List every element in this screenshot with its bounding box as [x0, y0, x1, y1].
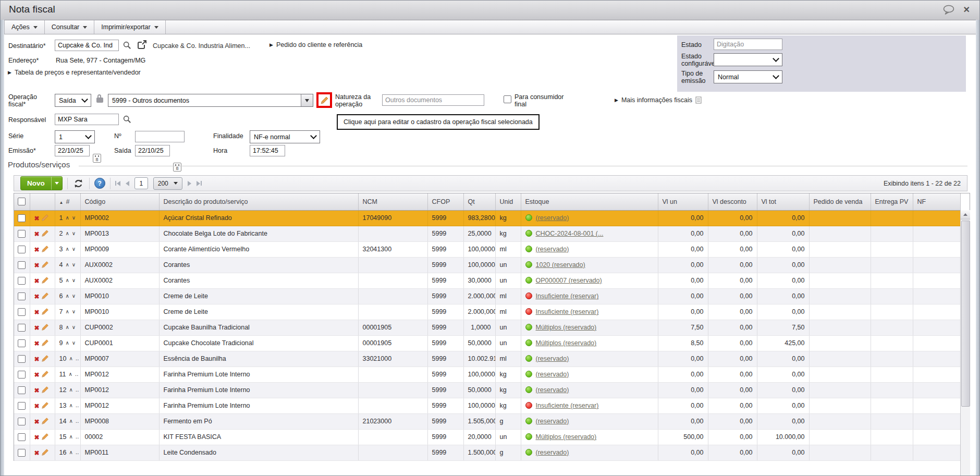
col-unid[interactable]: Unid: [495, 193, 521, 210]
table-row[interactable]: ✖ 9∧∨CUP0001Cupcake Chocolate Tradiciona…: [14, 335, 960, 351]
estado-configuravel-select[interactable]: [714, 53, 782, 66]
table-row[interactable]: ✖ 8∧∨CUP0002Cupcake Baunilha Tradicional…: [14, 320, 960, 335]
delete-row-icon[interactable]: ✖: [34, 230, 40, 238]
combo-dropdown-button[interactable]: [301, 94, 313, 106]
delete-row-icon[interactable]: ✖: [34, 324, 40, 332]
col-num[interactable]: ▲#: [55, 193, 80, 210]
comments-icon[interactable]: [942, 5, 955, 15]
menu-consultar[interactable]: Consultar: [45, 20, 95, 34]
stock-link[interactable]: (reservado): [536, 355, 569, 362]
serie-select[interactable]: 1: [55, 130, 95, 143]
stock-link[interactable]: (reservado): [536, 246, 569, 253]
row-checkbox[interactable]: [18, 371, 26, 379]
col-vlun[interactable]: Vl un: [658, 193, 708, 210]
col-estoque[interactable]: Estoque: [521, 193, 658, 210]
stock-link[interactable]: Múltiplos (reservado): [536, 324, 597, 331]
stock-link[interactable]: (reservado): [536, 371, 569, 378]
table-row[interactable]: ✖ 6∧∨MP0010Creme de Leite59992.000,0000m…: [14, 288, 960, 304]
stock-link[interactable]: Insuficiente (reservar): [536, 292, 599, 300]
table-row[interactable]: ✖ 3∧∨MP0009Corante Alimentício Vermelho3…: [14, 241, 960, 257]
delete-row-icon[interactable]: ✖: [34, 434, 40, 441]
row-checkbox[interactable]: [18, 277, 26, 285]
tipo-emissao-select[interactable]: Normal: [714, 70, 782, 83]
operacao-tipo-select[interactable]: Saída: [55, 94, 91, 107]
search-icon[interactable]: [123, 115, 131, 124]
first-page-icon[interactable]: [115, 181, 120, 186]
destinatario-input[interactable]: Cupcake & Co. Ind: [55, 40, 119, 51]
mais-informacoes-link[interactable]: ▶ Mais informações fiscais: [615, 96, 702, 104]
edit-row-icon[interactable]: [41, 308, 49, 315]
col-ncm[interactable]: NCM: [358, 193, 427, 210]
table-row[interactable]: ✖ 5∧∨AUX0002Corantes599930,0000unOP00000…: [14, 273, 960, 288]
delete-row-icon[interactable]: ✖: [34, 418, 40, 425]
table-row[interactable]: ✖ 4∧∨AUX0002Corantes5999100,0000un1020 (…: [14, 257, 960, 273]
menu-acoes[interactable]: Ações: [4, 20, 45, 34]
edit-row-icon[interactable]: [41, 448, 49, 456]
scrollbar-thumb[interactable]: [961, 221, 970, 407]
stock-link[interactable]: (reservado): [536, 386, 569, 394]
calendar-icon[interactable]: 8: [93, 154, 101, 163]
last-page-icon[interactable]: [197, 181, 202, 186]
delete-row-icon[interactable]: ✖: [34, 371, 40, 379]
hora-input[interactable]: 17:52:45: [250, 145, 285, 156]
responsavel-input[interactable]: MXP Sara: [55, 114, 119, 125]
table-row[interactable]: ✖ 14∧‥MP0008Fermento em Pó2102300059991.…: [14, 413, 960, 429]
edit-row-icon[interactable]: [41, 355, 49, 362]
col-entrega-pv[interactable]: Entrega PV: [871, 193, 913, 210]
delete-row-icon[interactable]: ✖: [34, 449, 40, 457]
table-row[interactable]: ✖ 16∧‥MP0011Leite Condensado59991.500,00…: [14, 445, 960, 460]
next-page-icon[interactable]: [188, 181, 191, 186]
row-checkbox[interactable]: [18, 433, 26, 441]
natureza-input[interactable]: Outros documentos: [382, 94, 484, 106]
stock-link[interactable]: 1020 (reservado): [536, 261, 585, 268]
stock-link[interactable]: CHOC-2024-08-001 (...: [536, 230, 604, 237]
stock-link[interactable]: Insuficiente (reservar): [536, 402, 599, 409]
delete-row-icon[interactable]: ✖: [34, 402, 40, 410]
edit-row-icon[interactable]: [41, 229, 49, 237]
edit-row-icon[interactable]: [41, 339, 49, 347]
edit-row-icon[interactable]: [41, 417, 49, 425]
pedido-cliente-link[interactable]: ▶ Pedido do cliente e referência: [270, 41, 362, 48]
row-checkbox[interactable]: [18, 386, 26, 394]
search-icon[interactable]: [123, 41, 131, 50]
edit-row-icon[interactable]: [41, 245, 49, 253]
novo-button[interactable]: Novo: [20, 176, 63, 190]
edit-row-icon[interactable]: [41, 292, 49, 300]
numero-input[interactable]: [135, 131, 185, 142]
edit-row-icon[interactable]: [41, 401, 49, 409]
delete-row-icon[interactable]: ✖: [34, 309, 40, 316]
row-checkbox[interactable]: [18, 230, 26, 238]
stock-link[interactable]: Múltiplos (reservado): [536, 433, 597, 441]
col-descricao[interactable]: Descrição do produto/serviço: [159, 193, 358, 210]
external-link-icon[interactable]: [137, 40, 147, 50]
menu-imprimir-exportar[interactable]: Imprimir/exportar: [94, 20, 165, 34]
table-row[interactable]: ✖ 11∧‥MP0012Farinha Premium Lote Interno…: [14, 367, 960, 382]
prev-page-icon[interactable]: [126, 181, 129, 186]
col-vltot[interactable]: Vl tot: [757, 193, 809, 210]
finalidade-select[interactable]: NF-e normal: [250, 130, 320, 143]
stock-link[interactable]: Insuficiente (reservar): [536, 308, 599, 315]
stock-link[interactable]: OP000007 (reservado): [536, 277, 602, 284]
delete-row-icon[interactable]: ✖: [34, 246, 40, 253]
stock-link[interactable]: (reservado): [536, 418, 569, 425]
col-vldesconto[interactable]: Vl desconto: [708, 193, 757, 210]
row-checkbox[interactable]: [18, 418, 26, 425]
row-checkbox[interactable]: [18, 214, 26, 222]
saida-data-input[interactable]: 22/10/25: [135, 145, 170, 156]
row-checkbox[interactable]: [18, 261, 26, 269]
page-number-input[interactable]: 1: [134, 177, 148, 189]
row-checkbox[interactable]: [18, 449, 26, 457]
consumidor-final-checkbox[interactable]: [504, 95, 511, 103]
edit-row-icon[interactable]: [41, 261, 49, 268]
delete-row-icon[interactable]: ✖: [34, 262, 40, 269]
delete-row-icon[interactable]: ✖: [34, 293, 40, 300]
refresh-icon[interactable]: [74, 179, 83, 188]
table-row[interactable]: ✖ 10∧‥MP0007Essência de Baunilha33021000…: [14, 351, 960, 367]
edit-row-icon[interactable]: [41, 433, 49, 441]
table-row[interactable]: ✖ 15∧‥00002KIT FESTA BASICA599920,0000un…: [14, 429, 960, 445]
col-qt[interactable]: Qt: [463, 193, 495, 210]
edit-row-icon[interactable]: [41, 214, 49, 222]
delete-row-icon[interactable]: ✖: [34, 215, 40, 222]
col-codigo[interactable]: Código: [80, 193, 159, 210]
stock-link[interactable]: (reservado): [536, 214, 569, 222]
